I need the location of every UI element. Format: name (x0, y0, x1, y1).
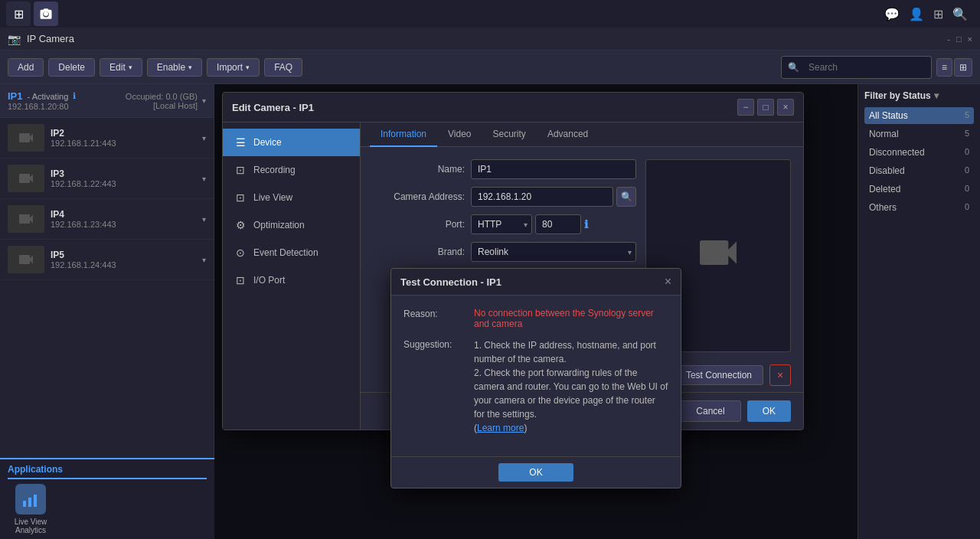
cancel-button[interactable]: Cancel (680, 400, 740, 422)
filter-item-normal[interactable]: Normal5 (864, 126, 974, 142)
svg-point-0 (44, 11, 48, 16)
filter-item-disabled[interactable]: Disabled0 (864, 162, 974, 179)
ip3-thumbnail (8, 165, 44, 192)
nav-item-io-port[interactable]: ⊡ I/O Port (223, 266, 360, 294)
ip1-chevron: ▾ (202, 96, 206, 105)
add-button[interactable]: Add (8, 58, 44, 77)
user-icon[interactable]: 👤 (909, 7, 924, 21)
ip5-chevron: ▾ (202, 256, 206, 264)
toolbar: Add Delete Edit ▾ Enable ▾ Import ▾ FAQ … (0, 51, 980, 84)
test-dialog-title: Test Connection - IP1 (400, 276, 665, 288)
edit-dialog-nav: ☰ Device ⊡ Recording ⊡ Live View ⚙ (223, 122, 361, 430)
title-bar: 📷 IP Camera - □ × (0, 28, 980, 51)
enable-button[interactable]: Enable ▾ (147, 58, 202, 77)
svg-rect-1 (23, 501, 26, 507)
ip2-name: IP2 (51, 128, 191, 139)
learn-more-link[interactable]: Learn more (477, 423, 524, 433)
ip5-thumbnail (8, 246, 44, 273)
edit-button[interactable]: Edit ▾ (100, 58, 142, 77)
port-info-button[interactable]: ℹ (584, 218, 588, 230)
test-connection-button[interactable]: Test Connection (675, 365, 763, 385)
edit-dialog-minimize[interactable]: − (737, 99, 754, 116)
port-protocol-select[interactable]: HTTP HTTPS RTSP (471, 214, 532, 234)
ip1-status: - Activating (28, 92, 69, 101)
camera-item-ip4[interactable]: IP4 192.168.1.23:443 ▾ (0, 199, 214, 240)
tab-information[interactable]: Information (370, 122, 437, 147)
top-bar: ⊞ 💬 👤 ⊞ 🔍 (0, 0, 980, 28)
test-dialog-close-button[interactable]: × (665, 275, 671, 289)
app-live-view-analytics[interactable]: Live View Analytics (8, 484, 54, 534)
app-label: Live View Analytics (8, 518, 54, 534)
ok-button[interactable]: OK (747, 400, 791, 422)
filter-item-deleted[interactable]: Deleted0 (864, 181, 974, 198)
import-button[interactable]: Import ▾ (207, 58, 260, 77)
live-view-icon: ⊡ (234, 191, 247, 204)
tab-advanced[interactable]: Advanced (537, 122, 599, 147)
io-port-icon: ⊡ (234, 274, 247, 286)
ip4-thumbnail (8, 205, 44, 233)
camera-item-ip3[interactable]: IP3 192.168.1.22:443 ▾ (0, 158, 214, 199)
tab-video[interactable]: Video (437, 122, 482, 147)
window-title: IP Camera (27, 33, 74, 44)
list-view-button[interactable]: ≡ (936, 58, 952, 77)
test-connection-dialog: Test Connection - IP1 × Reason: No conne… (390, 268, 681, 488)
test-dialog-ok-button[interactable]: OK (498, 463, 573, 482)
grid-view-button[interactable]: ⊞ (954, 58, 972, 77)
nav-item-recording[interactable]: ⊡ Recording (223, 156, 360, 184)
filter-item-count: 0 (965, 184, 969, 194)
test-dialog-footer: OK (391, 456, 681, 488)
grid-apps-icon[interactable]: ⊞ (933, 7, 943, 21)
nav-item-live-view[interactable]: ⊡ Live View (223, 184, 360, 211)
search-global-icon[interactable]: 🔍 (952, 7, 968, 21)
nav-item-optimization[interactable]: ⚙ Optimization (223, 211, 360, 239)
ip2-ip: 192.168.1.21:443 (51, 139, 191, 148)
ip4-ip: 192.168.1.23:443 (51, 220, 191, 229)
ip3-ip: 192.168.1.22:443 (51, 179, 191, 188)
form-row-camera-address: Camera Address: 🔍 (373, 187, 636, 207)
camera-address-search-button[interactable]: 🔍 (616, 187, 636, 207)
name-input[interactable] (471, 159, 636, 179)
filter-item-all-status[interactable]: All Status5 (864, 107, 974, 124)
ip4-name: IP4 (51, 209, 191, 220)
form-row-port: Port: HTTP HTTPS RTSP (373, 214, 636, 234)
camera-address-input[interactable] (471, 187, 613, 207)
filter-dropdown-icon[interactable]: ▾ (934, 90, 939, 101)
edit-dialog-maximize[interactable]: □ (757, 99, 774, 116)
ip1-occupied: Occupied: 0.0 (GB) (126, 92, 198, 101)
nav-item-event-detection[interactable]: ⊙ Event Detection (223, 239, 360, 266)
grid-icon[interactable]: ⊞ (6, 2, 31, 26)
app-icon-live-view (15, 484, 46, 514)
optimization-icon: ⚙ (234, 219, 247, 231)
applications-title: Applications (8, 464, 207, 479)
test-dialog-body: Reason: No connection between the Synolo… (391, 296, 681, 456)
ip1-info-icon[interactable]: ℹ (73, 91, 76, 101)
filter-item-others[interactable]: Others0 (864, 199, 974, 216)
applications-bar: Applications Live View Analytics (0, 458, 214, 539)
ip1-ip: 192.168.1.20:80 (8, 102, 126, 111)
camera-item-ip2[interactable]: IP2 192.168.1.21:443 ▾ (0, 118, 214, 158)
brand-select[interactable]: Reolink (471, 242, 636, 262)
nav-recording-label: Recording (253, 165, 296, 175)
search-input[interactable] (802, 59, 925, 76)
filter-title: Filter by Status ▾ (864, 90, 974, 101)
camera-item-ip5[interactable]: IP5 192.168.1.24:443 ▾ (0, 240, 214, 280)
test-connection-close-button[interactable]: × (769, 364, 791, 386)
camera-group-ip1[interactable]: IP1 - Activating ℹ 192.168.1.20:80 Occup… (0, 84, 214, 118)
filter-item-count: 0 (965, 202, 969, 213)
edit-dialog-close[interactable]: × (777, 99, 794, 116)
delete-button[interactable]: Delete (48, 58, 95, 77)
nav-item-device[interactable]: ☰ Device (223, 129, 360, 156)
chat-icon[interactable]: 💬 (884, 7, 900, 21)
enable-dropdown-arrow: ▾ (188, 64, 192, 71)
svg-rect-3 (34, 495, 37, 507)
camera-app-icon[interactable] (34, 2, 58, 26)
middle-area: Edit Camera - IP1 − □ × ☰ Device (214, 84, 858, 539)
filter-item-disconnected[interactable]: Disconnected0 (864, 144, 974, 161)
filter-item-count: 0 (965, 147, 969, 158)
tab-security[interactable]: Security (482, 122, 537, 147)
edit-dialog-controls: − □ × (737, 99, 794, 116)
port-input[interactable] (535, 214, 581, 234)
filter-item-count: 5 (965, 129, 969, 139)
faq-button[interactable]: FAQ (264, 58, 302, 77)
import-dropdown-arrow: ▾ (246, 64, 250, 71)
